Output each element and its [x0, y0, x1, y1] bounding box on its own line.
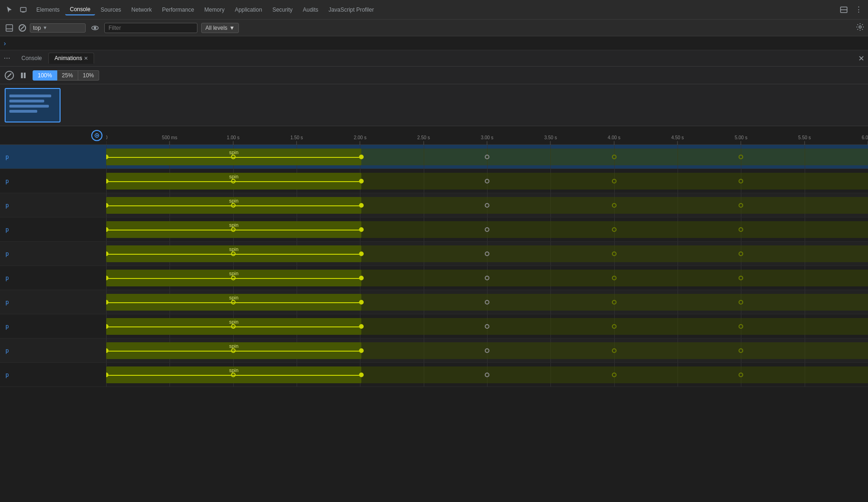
- keyframe-dot[interactable]: [231, 155, 236, 159]
- keyframe-dot[interactable]: [359, 373, 364, 377]
- keyframe-dot[interactable]: [612, 227, 617, 232]
- keyframe-dot[interactable]: [612, 155, 617, 159]
- animation-row-track: spin: [106, 266, 868, 290]
- animation-row[interactable]: pspin: [0, 266, 868, 290]
- toolbar-tab-performance[interactable]: Performance: [157, 5, 199, 15]
- keyframe-dot[interactable]: [359, 348, 364, 353]
- keyframe-dot[interactable]: [739, 179, 743, 183]
- animation-row[interactable]: pspin: [0, 217, 868, 242]
- toolbar-tab-console[interactable]: Console: [65, 4, 95, 15]
- keyframe-dot[interactable]: [485, 179, 489, 183]
- keyframe-dot[interactable]: [612, 373, 617, 377]
- animation-row-track: spin: [106, 314, 868, 338]
- keyframe-dot[interactable]: [739, 155, 743, 159]
- keyframe-dot[interactable]: [612, 324, 617, 329]
- ruler-mark: 4.00 s: [608, 135, 620, 145]
- svg-point-9: [859, 26, 861, 28]
- keyframe-dot[interactable]: [359, 227, 364, 232]
- keyframe-dot[interactable]: [231, 203, 236, 208]
- keyframe-dot[interactable]: [231, 324, 236, 329]
- more-icon[interactable]: ⋮: [853, 4, 864, 15]
- keyframe-dot[interactable]: [739, 373, 743, 377]
- preview-line-3: [9, 105, 49, 108]
- keyframe-dot[interactable]: [739, 300, 743, 305]
- keyframe-dot[interactable]: [612, 300, 617, 305]
- settings-icon[interactable]: [856, 23, 864, 33]
- keyframe-dot[interactable]: [739, 348, 743, 353]
- toolbar-tab-network[interactable]: Network: [127, 5, 156, 15]
- keyframe-dot[interactable]: [359, 179, 364, 183]
- animation-row[interactable]: pspin: [0, 193, 868, 217]
- keyframe-dot[interactable]: [359, 251, 364, 256]
- keyframe-dot[interactable]: [359, 300, 364, 305]
- clear-animations-button[interactable]: [5, 71, 14, 80]
- keyframe-dot[interactable]: [739, 324, 743, 329]
- animation-row[interactable]: pspin: [0, 290, 868, 314]
- keyframe-dot[interactable]: [612, 203, 617, 208]
- toolbar-tab-sources[interactable]: Sources: [96, 5, 126, 15]
- keyframe-dot[interactable]: [485, 155, 489, 159]
- keyframe-dot[interactable]: [739, 203, 743, 208]
- keyframe-dot[interactable]: [612, 276, 617, 280]
- keyframe-dot[interactable]: [359, 324, 364, 329]
- toolbar-tab-javascript-profiler[interactable]: JavaScript Profiler: [324, 5, 379, 15]
- keyframe-dot[interactable]: [359, 276, 364, 280]
- keyframe-dot[interactable]: [612, 348, 617, 353]
- keyframe-dot[interactable]: [739, 251, 743, 256]
- keyframe-dot[interactable]: [485, 348, 489, 353]
- animation-row[interactable]: pspin: [0, 314, 868, 339]
- toolbar-tab-security[interactable]: Security: [268, 5, 297, 15]
- context-selector[interactable]: top ▼: [30, 23, 86, 33]
- levels-button[interactable]: All levels ▼: [201, 23, 239, 33]
- toolbar-tab-memory[interactable]: Memory: [200, 5, 229, 15]
- keyframe-dot[interactable]: [485, 251, 489, 256]
- keyframe-dot[interactable]: [359, 155, 364, 159]
- keyframe-dot[interactable]: [485, 324, 489, 329]
- keyframe-dot[interactable]: [739, 227, 743, 232]
- filter-input[interactable]: [104, 23, 197, 33]
- keyframe-dot[interactable]: [485, 300, 489, 305]
- keyframe-dot[interactable]: [485, 276, 489, 280]
- toolbar-tab-elements[interactable]: Elements: [32, 5, 64, 15]
- cursor-icon[interactable]: [4, 4, 15, 15]
- keyframe-dot[interactable]: [231, 227, 236, 232]
- more-tabs-button[interactable]: ⋯: [4, 54, 10, 62]
- keyframe-dot[interactable]: [485, 227, 489, 232]
- speed-btn-25pct[interactable]: 25%: [57, 70, 78, 81]
- panel-tab-console[interactable]: Console: [16, 53, 47, 63]
- keyframe-dot[interactable]: [231, 348, 236, 353]
- keyframe-dot[interactable]: [231, 300, 236, 305]
- open-drawer-icon[interactable]: [4, 22, 15, 34]
- no-entry-icon[interactable]: [19, 24, 26, 32]
- ruler-mark: 1.00 s: [227, 135, 239, 145]
- tab-close-animations[interactable]: ✕: [84, 55, 88, 61]
- toolbar-tab-audits[interactable]: Audits: [298, 5, 323, 15]
- speed-btn-10pct[interactable]: 10%: [78, 70, 99, 81]
- animation-row[interactable]: pspin: [0, 145, 868, 169]
- keyframe-dot[interactable]: [485, 203, 489, 208]
- keyframe-dot[interactable]: [231, 373, 236, 377]
- panel-close-button[interactable]: ✕: [858, 54, 864, 63]
- animation-row[interactable]: pspin: [0, 339, 868, 363]
- speed-btn-100pct[interactable]: 100%: [33, 70, 57, 81]
- animation-row[interactable]: pspin: [0, 169, 868, 193]
- keyframe-dot[interactable]: [612, 251, 617, 256]
- eye-icon[interactable]: [89, 22, 101, 34]
- panel-tab-animations[interactable]: Animations✕: [48, 53, 94, 64]
- toolbar-tab-application[interactable]: Application: [230, 5, 267, 15]
- animation-row[interactable]: pspin: [0, 363, 868, 387]
- dock-icon[interactable]: [838, 4, 849, 15]
- animation-row[interactable]: pspin: [0, 242, 868, 266]
- device-icon[interactable]: [18, 4, 29, 15]
- keyframe-dot[interactable]: [612, 179, 617, 183]
- keyframe-dot[interactable]: [231, 251, 236, 256]
- keyframe-dot[interactable]: [231, 179, 236, 183]
- play-cursor-button[interactable]: [91, 130, 102, 141]
- keyframe-dot[interactable]: [359, 203, 364, 208]
- keyframe-dot[interactable]: [485, 373, 489, 377]
- ruler-mark: 4.50 s: [671, 135, 684, 145]
- pause-button[interactable]: [18, 70, 29, 81]
- animation-row-track: spin: [106, 242, 868, 265]
- keyframe-dot[interactable]: [739, 276, 743, 280]
- keyframe-dot[interactable]: [231, 276, 236, 280]
